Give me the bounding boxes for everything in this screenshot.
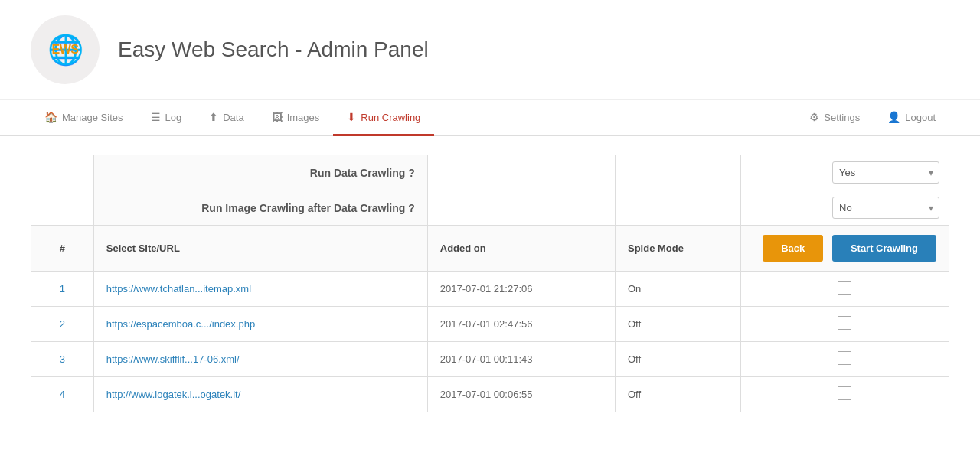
main-content: Run Data Crawling ? Yes No Run Image Cra… [0,136,980,431]
row-number: 4 [31,377,94,412]
row-date: 2017-07-01 21:27:06 [427,272,615,307]
row-checkbox[interactable] [838,316,851,330]
row-number: 1 [31,272,94,307]
run-image-select-wrapper[interactable]: No Yes [832,197,939,219]
run-image-select[interactable]: No Yes [832,197,939,219]
sidebar-item-logout[interactable]: 👤 Logout [874,100,949,136]
data-icon: ⬆ [209,111,218,123]
row-spider-mode: Off [616,342,741,377]
nav-label-logout: Logout [905,112,936,123]
home-icon: 🏠 [44,111,57,123]
row-checkbox[interactable] [838,386,851,400]
run-image-label: Run Image Crawling after Data Crawling ? [93,190,427,226]
row-checkbox-cell [740,307,949,342]
row-checkbox-cell [740,272,949,307]
settings-icon: ⚙ [809,111,819,123]
row-date: 2017-07-01 00:11:43 [427,342,615,377]
row-number: 3 [31,342,94,377]
row-date: 2017-07-01 02:47:56 [427,307,615,342]
start-crawling-button[interactable]: Start Crawling [832,235,936,262]
col-header-added: Added on [427,226,615,272]
logo-text: EWS [52,43,79,57]
sidebar-item-manage-sites[interactable]: 🏠 Manage Sites [31,100,137,136]
nav-label-run-crawling: Run Crawling [361,112,420,123]
nav-label-images: Images [287,112,320,123]
col-header-url: Select Site/URL [93,226,427,272]
run-data-select-wrapper[interactable]: Yes No [832,161,939,184]
logo: 🌐 EWS [31,15,100,84]
sidebar-item-settings[interactable]: ⚙ Settings [795,100,874,136]
user-icon: 👤 [887,111,900,123]
nav-label-data: Data [223,112,243,123]
col-header-spider: Spide Mode [616,226,741,272]
table-row: 2 https://espacemboa.c.../index.php 2017… [31,307,949,342]
row-checkbox-cell [740,377,949,412]
crawling-icon: ⬇ [347,111,356,123]
row-spider-mode: Off [616,377,741,412]
sidebar-item-log[interactable]: ☰ Log [137,100,196,136]
row-url[interactable]: https://www.tchatlan...itemap.xml [93,272,427,307]
table-row: 3 https://www.skifflif...17-06.xml/ 2017… [31,342,949,377]
back-button[interactable]: Back [763,235,823,262]
sidebar-item-data[interactable]: ⬆ Data [195,100,257,136]
run-data-row: Run Data Crawling ? Yes No [31,155,949,190]
run-data-label: Run Data Crawling ? [93,155,427,190]
run-image-row: Run Image Crawling after Data Crawling ?… [31,190,949,226]
images-icon: 🖼 [272,111,283,123]
col-header-hash: # [31,226,94,272]
table-header-row: # Select Site/URL Added on Spide Mode Ba… [31,226,949,272]
sidebar-item-run-crawling[interactable]: ⬇ Run Crawling [333,100,434,136]
nav-label-manage-sites: Manage Sites [62,112,123,123]
row-spider-mode: On [616,272,741,307]
row-checkbox[interactable] [838,281,851,295]
row-url[interactable]: http://www.logatek.i...ogatek.it/ [93,377,427,412]
row-url[interactable]: https://espacemboa.c.../index.php [93,307,427,342]
row-checkbox[interactable] [838,351,851,365]
header: 🌐 EWS Easy Web Search - Admin Panel [0,0,980,100]
col-header-actions: Back Start Crawling [740,226,949,272]
navigation: 🏠 Manage Sites ☰ Log ⬆ Data 🖼 Images ⬇ R… [0,100,980,136]
nav-label-log: Log [165,112,182,123]
table-row: 4 http://www.logatek.i...ogatek.it/ 2017… [31,377,949,412]
row-number: 2 [31,307,94,342]
row-url[interactable]: https://www.skifflif...17-06.xml/ [93,342,427,377]
table-row: 1 https://www.tchatlan...itemap.xml 2017… [31,272,949,307]
log-icon: ☰ [151,111,161,123]
row-spider-mode: Off [616,307,741,342]
app-title: Easy Web Search - Admin Panel [118,37,429,62]
sidebar-item-images[interactable]: 🖼 Images [258,100,334,136]
row-checkbox-cell [740,342,949,377]
row-date: 2017-07-01 00:06:55 [427,377,615,412]
crawl-table: Run Data Crawling ? Yes No Run Image Cra… [31,155,949,412]
nav-label-settings: Settings [824,112,860,123]
run-data-select[interactable]: Yes No [832,161,939,184]
